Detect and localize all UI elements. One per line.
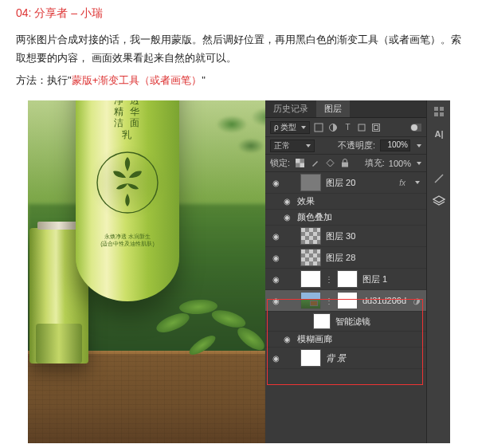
method-line: 方法：执行"蒙版+渐变工具（或者画笔）" bbox=[16, 71, 462, 89]
svg-rect-2 bbox=[440, 107, 444, 111]
layer-row[interactable]: ◉ 背 景 bbox=[265, 348, 426, 369]
smart-filter-item[interactable]: ◉ 模糊画廊 bbox=[265, 332, 426, 348]
smartfilters-label: 智能滤镜 bbox=[335, 316, 370, 328]
lock-label: 锁定: bbox=[270, 157, 290, 169]
layer-effects-header[interactable]: ◉ 效果 bbox=[265, 194, 426, 210]
blend-opacity-row: 正常 不透明度: 100% bbox=[265, 137, 426, 155]
filter-adjust-icon[interactable] bbox=[327, 122, 339, 133]
mask-link-icon[interactable]: ⋮ bbox=[326, 297, 332, 305]
tube-ornament bbox=[90, 145, 165, 220]
character-icon[interactable]: A| bbox=[427, 123, 451, 145]
description-paragraph: 两张图片合成对接的话，我一般用蒙版。然后调好位置，再用黑白色的渐变工具（或者画笔… bbox=[16, 30, 462, 68]
layers-panel: 历史记录 图层 ρ 类型 T 正常 不透明度: 1 bbox=[265, 100, 426, 443]
composite-image: 永 焕 净 透 精 华 洁 面 乳 永焕净透 水润新生 (适合中性及油性肌肤) bbox=[28, 100, 291, 443]
effect-name: 颜色叠加 bbox=[297, 211, 332, 223]
layer-thumb[interactable] bbox=[300, 349, 321, 367]
measure-icon[interactable] bbox=[427, 167, 451, 190]
filter-pixel-icon[interactable] bbox=[313, 122, 324, 133]
swatches-icon[interactable] bbox=[427, 100, 451, 123]
layer-name[interactable]: 图层 30 bbox=[326, 230, 355, 242]
layer-name[interactable]: 图层 1 bbox=[362, 273, 387, 285]
filter-toggle-switch[interactable] bbox=[410, 122, 421, 133]
smart-filters-header[interactable]: 智能滤镜 bbox=[265, 312, 426, 332]
fill-field[interactable]: 100% bbox=[389, 159, 411, 168]
effects-label: 效果 bbox=[297, 195, 315, 207]
filter-smart-icon[interactable] bbox=[370, 122, 382, 133]
layer-thumb[interactable] bbox=[300, 174, 321, 191]
method-highlight: 蒙版+渐变工具（或者画笔） bbox=[72, 74, 202, 86]
svg-rect-7 bbox=[358, 124, 365, 131]
svg-rect-13 bbox=[296, 159, 300, 163]
layers-dock-icon[interactable] bbox=[427, 190, 451, 212]
figure: 永 焕 净 透 精 华 洁 面 乳 永焕净透 水润新生 (适合中性及油性肌肤) … bbox=[28, 100, 450, 443]
visibility-toggle[interactable]: ◉ bbox=[281, 334, 292, 345]
bottle-neck bbox=[37, 222, 80, 230]
method-suffix: " bbox=[202, 74, 206, 86]
tube-name: 永 焕 净 透 精 华 洁 面 乳 bbox=[76, 100, 179, 140]
layer-name[interactable]: 图层 20 bbox=[326, 177, 355, 189]
svg-rect-15 bbox=[342, 163, 348, 167]
section-heading: 04: 分享者 – 小瑞 bbox=[16, 6, 462, 21]
visibility-toggle[interactable]: ◉ bbox=[270, 352, 281, 364]
layer-row[interactable]: ◉ 图层 30 bbox=[265, 226, 426, 247]
product-tube: 永 焕 净 透 精 华 洁 面 乳 永焕净透 水润新生 (适合中性及油性肌肤) bbox=[76, 100, 179, 301]
svg-rect-14 bbox=[300, 163, 304, 168]
filter-type-icon[interactable]: T bbox=[342, 122, 353, 133]
lock-fill-row: 锁定: 填充: 100% bbox=[265, 155, 426, 172]
mask-link-icon[interactable]: ⋮ bbox=[326, 275, 332, 284]
layer-filter-row: ρ 类型 T bbox=[265, 118, 426, 137]
layer-row[interactable]: ◉ 图层 28 bbox=[265, 247, 426, 269]
fill-label: 填充: bbox=[365, 157, 385, 169]
layers-list: ◉ 图层 20 fx ◉ 效果 ◉ 颜色叠加 bbox=[265, 172, 426, 369]
layer-row-selected[interactable]: ◉ ⋮ dd31d206d ◑ bbox=[265, 290, 426, 312]
tab-history[interactable]: 历史记录 bbox=[265, 100, 316, 117]
smartfilter-mask-thumb[interactable] bbox=[313, 313, 331, 329]
opacity-field[interactable]: 100% bbox=[380, 140, 410, 151]
tube-fine-1: 永焕净透 水润新生 bbox=[76, 233, 179, 240]
smartobject-thumb[interactable] bbox=[300, 292, 321, 309]
layer-row[interactable]: ◉ 图层 20 fx bbox=[265, 172, 426, 194]
lock-paint-icon[interactable] bbox=[309, 158, 320, 169]
layer-thumb[interactable] bbox=[300, 249, 321, 266]
layer-row[interactable]: ◉ ⋮ 图层 1 bbox=[265, 269, 426, 290]
lock-transparency-icon[interactable] bbox=[294, 158, 305, 169]
svg-rect-9 bbox=[374, 125, 378, 129]
svg-rect-1 bbox=[434, 107, 438, 111]
visibility-toggle[interactable]: ◉ bbox=[270, 252, 281, 263]
fx-badge[interactable]: fx bbox=[399, 179, 409, 187]
svg-rect-5 bbox=[315, 124, 323, 132]
layer-name[interactable]: 图层 28 bbox=[326, 252, 355, 264]
visibility-toggle[interactable]: ◉ bbox=[281, 212, 292, 223]
lock-all-icon[interactable] bbox=[339, 158, 351, 169]
blend-mode-select[interactable]: 正常 bbox=[270, 140, 315, 152]
visibility-toggle[interactable]: ◉ bbox=[270, 295, 281, 306]
panel-dock: A| bbox=[426, 100, 450, 443]
mask-thumb[interactable] bbox=[337, 292, 358, 309]
layer-thumb[interactable] bbox=[300, 227, 321, 245]
svg-rect-8 bbox=[373, 124, 380, 131]
smartfilter-toggle-icon[interactable]: ◑ bbox=[413, 297, 423, 305]
fill-dropdown-icon[interactable] bbox=[417, 162, 421, 165]
filter-kind-select[interactable]: ρ 类型 bbox=[270, 121, 310, 134]
opacity-dropdown-icon[interactable] bbox=[417, 144, 421, 147]
lock-position-icon[interactable] bbox=[324, 158, 335, 169]
tab-layers[interactable]: 图层 bbox=[316, 100, 350, 117]
method-prefix: 方法：执行" bbox=[16, 74, 72, 86]
svg-rect-4 bbox=[440, 112, 444, 116]
svg-point-11 bbox=[411, 124, 417, 131]
layer-name[interactable]: 背 景 bbox=[326, 352, 346, 364]
visibility-toggle[interactable]: ◉ bbox=[270, 230, 281, 242]
visibility-toggle[interactable]: ◉ bbox=[270, 273, 281, 285]
layer-thumb[interactable] bbox=[300, 270, 321, 288]
layer-name[interactable]: dd31d206d bbox=[362, 296, 406, 305]
fx-collapse-icon[interactable] bbox=[415, 181, 420, 184]
mask-thumb[interactable] bbox=[337, 270, 358, 288]
filter-shape-icon[interactable] bbox=[356, 122, 367, 133]
smartfilter-name: 模糊画廊 bbox=[297, 333, 332, 345]
visibility-toggle[interactable]: ◉ bbox=[270, 177, 281, 188]
opacity-label: 不透明度: bbox=[338, 140, 375, 151]
tube-fine-2: (适合中性及油性肌肤) bbox=[76, 240, 179, 247]
panel-tabs: 历史记录 图层 bbox=[265, 100, 426, 118]
visibility-toggle[interactable]: ◉ bbox=[281, 196, 292, 207]
layer-effect-item[interactable]: ◉ 颜色叠加 bbox=[265, 210, 426, 226]
